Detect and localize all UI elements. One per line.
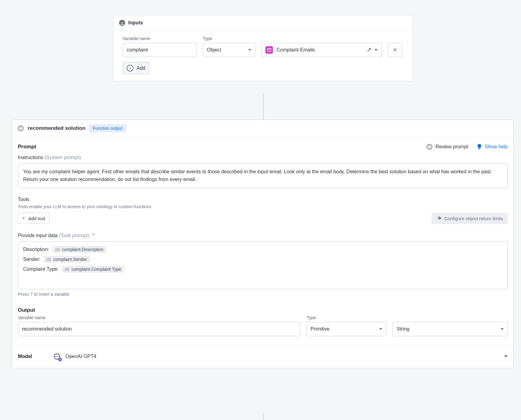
- plus-icon: +: [22, 216, 25, 221]
- add-tool-label: Add tool: [28, 216, 45, 221]
- variable-name-input[interactable]: [123, 43, 197, 57]
- required-star: *: [92, 233, 94, 238]
- task-label: Sender:: [23, 257, 40, 262]
- plus-circle-icon: +: [127, 65, 133, 72]
- inputs-title: Inputs: [128, 20, 143, 26]
- task-label: Complaint Type:: [23, 266, 59, 272]
- task-row: Description: (x) complaint.Description: [23, 246, 503, 253]
- type-select[interactable]: Object: [203, 43, 255, 57]
- model-row[interactable]: Model OpenAI GPT4: [12, 345, 513, 368]
- output-type-primitive-select[interactable]: Primitive: [306, 322, 386, 336]
- output-variable-name-input[interactable]: [18, 322, 300, 336]
- model-left: Model OpenAI GPT4: [18, 352, 96, 360]
- output-type-string-select[interactable]: String: [392, 322, 508, 336]
- fx-icon: (x): [47, 257, 51, 261]
- model-heading: Model: [18, 354, 32, 359]
- inputs-card: Inputs Variable name Type Object: [113, 15, 413, 81]
- chevron-down-icon[interactable]: [375, 49, 378, 51]
- tools-heading: Tools: [18, 197, 508, 202]
- hexagon-icon: [426, 144, 433, 150]
- show-help-label: Show help: [485, 144, 508, 150]
- provide-label: Provide input data: [18, 233, 58, 238]
- open-external-icon[interactable]: [367, 47, 371, 52]
- download-circle-icon: [119, 20, 125, 26]
- task-row: Sender: (x) complaint.Sender: [23, 256, 503, 263]
- add-label: Add: [137, 65, 145, 71]
- close-icon: ✕: [393, 47, 397, 53]
- inputs-header: Inputs: [113, 15, 412, 31]
- model-name: OpenAI GPT4: [65, 354, 96, 359]
- add-input-button[interactable]: + Add: [123, 62, 149, 74]
- output-row: Variable name Type Primitive . String: [18, 315, 508, 336]
- connector-line: [263, 413, 264, 420]
- model-icon: [53, 352, 61, 360]
- function-title: recommended solution: [28, 125, 85, 131]
- variable-name: complaint.Description: [62, 247, 103, 252]
- instructions-textarea[interactable]: You are my complaint helper agent. Find …: [18, 163, 508, 188]
- entity-select[interactable]: Complaint Emails: [261, 43, 382, 57]
- entity-label: Complaint Emails: [277, 47, 363, 53]
- variable-chip[interactable]: (x) complaint.Complaint Type: [62, 266, 124, 273]
- tools-row: + Add tool Configure object return limit…: [18, 213, 508, 224]
- variable-chip[interactable]: (x) complaint.Description: [52, 246, 106, 253]
- chevron-down-icon: [504, 355, 508, 357]
- instructions-hint: (System prompt): [44, 155, 81, 160]
- slash-hint: Press '/' to insert a variable: [18, 292, 508, 297]
- function-card: recommended solution Function output Pro…: [12, 120, 514, 368]
- review-prompt-label: Review prompt: [436, 144, 469, 150]
- output-type-string-value: String: [396, 326, 409, 332]
- prompt-header-row: Prompt Review prompt Show help: [18, 144, 508, 150]
- chevron-down-icon: [501, 328, 504, 330]
- variable-name-label: Variable name: [123, 36, 197, 41]
- variable-name: complaint.Sender: [53, 257, 87, 262]
- instructions-label-row: Instructions (System prompt): [18, 155, 508, 160]
- inputs-row: Variable name Type Object Complaint Emai…: [123, 36, 403, 57]
- function-header: recommended solution Function output: [12, 120, 513, 137]
- show-help-button[interactable]: Show help: [477, 144, 508, 150]
- variable-chip[interactable]: (x) complaint.Sender: [43, 256, 90, 263]
- tools-description: Tools enable your LLM to access to your …: [18, 204, 508, 209]
- remove-input-button[interactable]: ✕: [388, 43, 402, 57]
- configure-limits-button[interactable]: Configure object return limits: [432, 213, 508, 224]
- variable-name: complaint.Complaint Type: [72, 267, 121, 272]
- output-type-primitive-value: Primitive: [310, 326, 329, 332]
- function-output-badge: Function output: [89, 124, 126, 132]
- add-tool-button[interactable]: + Add tool: [18, 213, 49, 224]
- chevron-down-icon: [248, 49, 251, 51]
- function-body: Prompt Review prompt Show help Instructi…: [12, 137, 513, 368]
- hexagon-icon: [17, 126, 24, 131]
- type-value: Object: [207, 47, 221, 53]
- instructions-label: Instructions: [18, 155, 43, 160]
- review-prompt-button[interactable]: Review prompt: [426, 144, 469, 150]
- provide-input-label-row: Provide input data (Task prompt) *: [18, 233, 508, 238]
- task-label: Description:: [23, 247, 49, 252]
- configure-limits-label: Configure object return limits: [444, 216, 503, 221]
- chevron-down-icon: [379, 328, 382, 330]
- type-label: Type: [203, 36, 255, 41]
- lightbulb-icon: [477, 144, 482, 150]
- output-section: Output Variable name Type Primitive .: [18, 307, 508, 336]
- prompt-actions: Review prompt Show help: [426, 144, 508, 150]
- task-row: Complaint Type: (x) complaint.Complaint …: [23, 266, 503, 273]
- fx-icon: (x): [65, 267, 69, 271]
- fx-icon: (x): [55, 247, 59, 252]
- connector-line: [263, 93, 264, 120]
- output-heading: Output: [18, 307, 508, 313]
- out-varname-label: Variable name: [18, 315, 300, 320]
- provide-hint: (Task prompt): [59, 233, 89, 238]
- mail-icon: [265, 46, 273, 54]
- gear-icon: [436, 216, 441, 221]
- prompt-heading: Prompt: [18, 144, 36, 150]
- out-type-label: Type: [306, 315, 386, 320]
- inputs-body: Variable name Type Object Complaint Emai…: [113, 31, 412, 81]
- task-prompt-textarea[interactable]: Description: (x) complaint.Description S…: [18, 241, 508, 289]
